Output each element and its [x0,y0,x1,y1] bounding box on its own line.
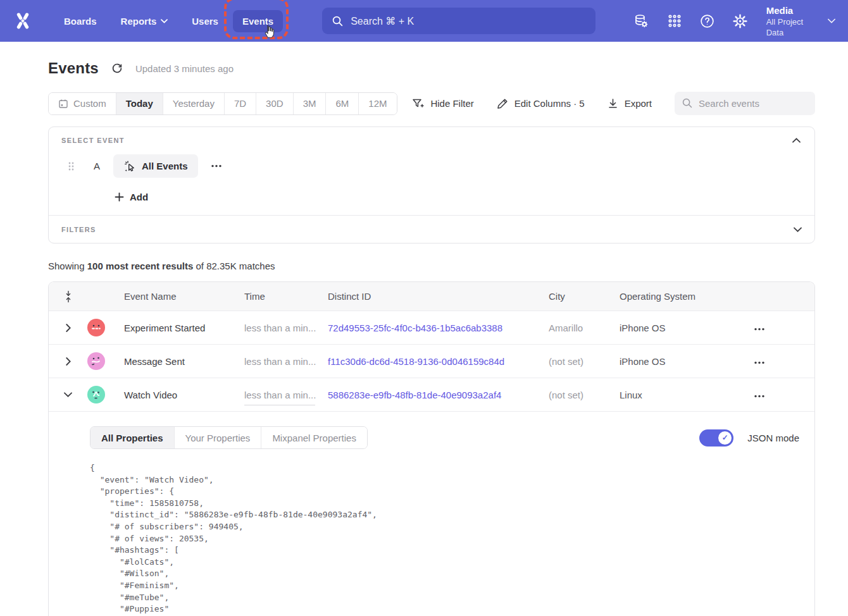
col-header-distinct-id[interactable]: Distinct ID [328,291,549,302]
drag-handle-icon[interactable] [68,161,77,171]
last-updated-text: Updated 3 minutes ago [135,63,234,74]
json-mode-toggle[interactable]: ✓ [699,429,733,447]
collapse-section-button[interactable] [791,137,802,144]
search-icon [682,98,692,108]
daterange-yesterday[interactable]: Yesterday [163,93,225,114]
help-icon[interactable] [698,11,717,30]
chevron-down-icon [64,392,72,397]
row-menu-button[interactable] [751,392,768,400]
daterange-custom[interactable]: Custom [49,93,116,114]
primary-nav: Boards Reports Users Events [54,10,283,32]
toggle-check-icon: ✓ [718,431,732,445]
events-search-input[interactable] [675,92,815,115]
refresh-icon [111,63,123,74]
cell-time: less than a min... [244,323,328,333]
daterange-3m[interactable]: 3M [294,93,327,114]
settings-gear-icon[interactable] [731,11,750,30]
daterange-30d[interactable]: 30D [256,93,294,114]
cell-event-name: Message Sent [124,356,244,367]
cell-event-name: Watch Video [124,390,244,400]
cell-city: (not set) [549,356,620,367]
event-details-panel: All Properties Your Properties Mixpanel … [49,411,814,616]
event-selector-button[interactable]: All Events [113,154,198,178]
filters-label: FILTERS [61,226,96,233]
event-avatar [87,352,105,370]
funnel-icon [412,98,424,109]
cell-os: iPhone OS [620,323,737,333]
events-search [675,92,815,115]
col-header-os[interactable]: Operating System [620,291,737,302]
row-menu-button[interactable] [751,325,768,333]
sort-icon[interactable] [62,288,75,305]
ellipsis-icon [211,164,222,168]
nav-events-wrap: Events [233,10,283,32]
col-header-city[interactable]: City [549,291,620,302]
top-nav: Boards Reports Users Events Search ⌘ + K [0,0,848,42]
col-header-event-name[interactable]: Event Name [124,291,244,302]
select-event-label: SELECT EVENT [61,137,125,144]
collapse-row-button[interactable] [62,390,74,399]
cell-time: less than a min... [244,390,328,400]
refresh-button[interactable] [110,61,124,75]
title-row: Events Updated 3 minutes ago [48,59,815,77]
expand-row-button[interactable] [64,355,73,367]
search-icon [332,16,343,27]
properties-tabs: All Properties Your Properties Mixpanel … [90,426,368,449]
event-selector-label: All Events [142,161,188,171]
ellipsis-icon [754,395,765,398]
edit-columns-button[interactable]: Edit Columns · 5 [497,98,585,109]
cell-os: iPhone OS [620,356,737,367]
cell-city: (not set) [549,390,620,400]
export-button[interactable]: Export [608,98,652,109]
table-row[interactable]: Message Sent less than a min... f11c30d6… [49,344,814,378]
ellipsis-icon [754,328,765,331]
daterange-today[interactable]: Today [116,93,163,114]
project-selector[interactable]: Media All Project Data [766,4,835,38]
daterange-12m[interactable]: 12M [359,93,396,114]
table-row[interactable]: Experiment Started less than a min... 72… [49,311,814,344]
hide-filter-button[interactable]: Hide Filter [412,98,473,109]
tab-mixpanel-properties[interactable]: Mixpanel Properties [261,427,367,448]
add-event-button[interactable]: Add [115,192,148,202]
chevron-right-icon [66,357,71,366]
json-mode-label: JSON mode [747,433,799,443]
expand-row-button[interactable] [64,322,73,334]
magic-cursor-icon [123,160,136,173]
tab-your-properties[interactable]: Your Properties [175,427,262,448]
event-more-options-button[interactable] [208,162,225,170]
nav-events[interactable]: Events [233,10,283,32]
filters-section-toggle[interactable]: FILTERS [49,215,814,243]
chevron-down-icon [828,18,835,23]
results-count: 100 most recent results [87,261,194,271]
row-menu-button[interactable] [751,359,768,367]
data-management-icon[interactable] [632,11,651,30]
global-search[interactable]: Search ⌘ + K [322,8,595,34]
distinct-id-link[interactable]: f11c30d6-dc6d-4518-9136-0d046159c84d [328,356,504,367]
results-summary: Showing 100 most recent results of 82.35… [48,261,815,271]
nav-reports[interactable]: Reports [111,10,178,32]
table-row-expanded[interactable]: Watch Video less than a min... 5886283e-… [49,378,814,411]
date-range-selector: Custom Today Yesterday 7D 30D 3M 6M 12M [48,92,397,115]
cell-time: less than a min... [244,356,328,367]
cell-city: Amarillo [549,323,620,333]
nav-boards[interactable]: Boards [54,10,106,32]
nav-users[interactable]: Users [182,10,228,32]
project-subtitle: All Project Data [766,16,819,38]
mixpanel-logo-icon[interactable] [13,10,33,32]
tab-all-properties[interactable]: All Properties [90,427,175,448]
controls-row: Custom Today Yesterday 7D 30D 3M 6M 12M … [48,92,815,115]
ellipsis-icon [754,361,765,364]
daterange-6m[interactable]: 6M [326,93,359,114]
pencil-icon [497,98,508,109]
event-avatar [87,386,105,403]
main-content: Events Updated 3 minutes ago Custom Toda… [48,59,815,616]
query-builder-card: SELECT EVENT A [48,126,815,243]
col-header-time[interactable]: Time [244,291,328,302]
events-table: Event Name Time Distinct ID City Operati… [48,281,815,616]
distinct-id-link[interactable]: 72d49553-25fc-4f0c-b436-1b5ac6ab3388 [328,323,502,333]
chevron-down-icon [161,19,168,23]
distinct-id-link[interactable]: 5886283e-e9fb-48fb-81de-40e9093a2af4 [328,390,501,400]
apps-grid-icon[interactable] [665,11,684,30]
nav-utility-icons [632,11,750,30]
daterange-7d[interactable]: 7D [225,93,256,114]
